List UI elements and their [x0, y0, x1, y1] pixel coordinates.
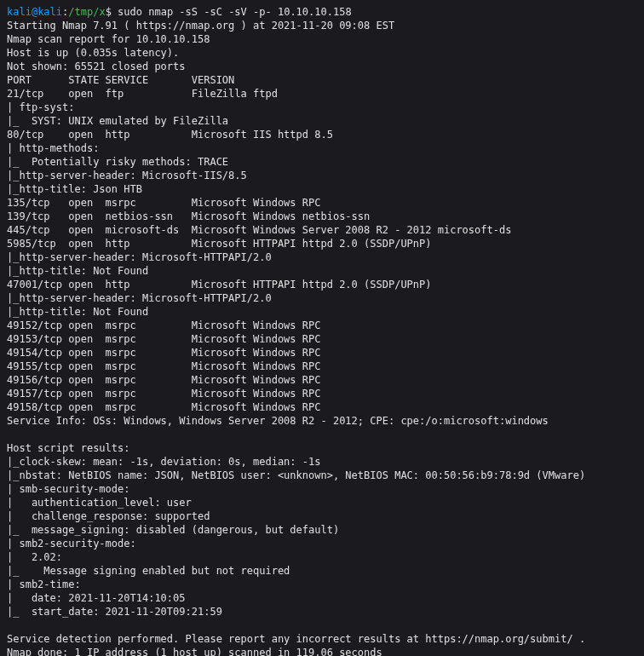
output-line: 49152/tcp open msrpc Microsoft Windows R…: [7, 319, 320, 331]
output-line: | ftp-syst:: [7, 101, 74, 113]
output-line: 139/tcp open netbios-ssn Microsoft Windo…: [7, 210, 370, 222]
output-line: 49154/tcp open msrpc Microsoft Windows R…: [7, 347, 320, 359]
output-line: Service Info: OSs: Windows, Windows Serv…: [7, 415, 549, 427]
output-line: Host is up (0.035s latency).: [7, 47, 179, 59]
output-line: 445/tcp open microsoft-ds Microsoft Wind…: [7, 224, 511, 236]
output-line: 135/tcp open msrpc Microsoft Windows RPC: [7, 197, 320, 209]
prompt-path: /tmp/x: [68, 6, 105, 18]
output-line: | http-methods:: [7, 142, 99, 154]
output-line: Nmap scan report for 10.10.10.158: [7, 33, 210, 45]
prompt-host: kali: [37, 6, 62, 18]
prompt-symbol: $: [106, 6, 118, 18]
output-line: |_ start_date: 2021-11-20T09:21:59: [7, 606, 222, 618]
output-line: 80/tcp open http Microsoft IIS httpd 8.5: [7, 129, 333, 141]
prompt-user: kali: [7, 6, 32, 18]
output-line: 49153/tcp open msrpc Microsoft Windows R…: [7, 333, 320, 345]
terminal-output: kali@kali:/tmp/x$ sudo nmap -sS -sC -sV …: [0, 0, 644, 656]
command-input[interactable]: sudo nmap -sS -sC -sV -p- 10.10.10.158: [118, 6, 352, 18]
output-line: PORT STATE SERVICE VERSION: [7, 74, 234, 86]
output-line: |_http-title: Not Found: [7, 265, 148, 277]
output-line: 49157/tcp open msrpc Microsoft Windows R…: [7, 388, 320, 400]
output-line: |_http-server-header: Microsoft-HTTPAPI/…: [7, 292, 272, 304]
output-line: | challenge_response: supported: [7, 510, 210, 522]
output-line: 49156/tcp open msrpc Microsoft Windows R…: [7, 374, 320, 386]
output-line: |_http-title: Json HTB: [7, 183, 142, 195]
output-line: Not shown: 65521 closed ports: [7, 60, 186, 72]
output-line: 5985/tcp open http Microsoft HTTPAPI htt…: [7, 238, 432, 250]
output-line: | 2.02:: [7, 551, 62, 563]
output-line: | date: 2021-11-20T14:10:05: [7, 592, 186, 604]
output-line: 49158/tcp open msrpc Microsoft Windows R…: [7, 401, 320, 413]
output-line: Host script results:: [7, 442, 130, 454]
output-line: |_ message_signing: disabled (dangerous,…: [7, 524, 339, 536]
output-line: |_http-server-header: Microsoft-IIS/8.5: [7, 170, 247, 181]
output-line: Nmap done: 1 IP address (1 host up) scan…: [7, 647, 382, 656]
output-line: | smb2-security-mode:: [7, 538, 136, 550]
output-line: |_http-server-header: Microsoft-HTTPAPI/…: [7, 251, 272, 263]
output-line: |_nbstat: NetBIOS name: JSON, NetBIOS us…: [7, 469, 585, 481]
output-line: |_ SYST: UNIX emulated by FileZilla: [7, 115, 228, 127]
output-line: |_clock-skew: mean: -1s, deviation: 0s, …: [7, 456, 320, 468]
output-line: | smb-security-mode:: [7, 483, 130, 495]
output-line: Starting Nmap 7.91 ( https://nmap.org ) …: [7, 20, 394, 32]
output-line: Service detection performed. Please repo…: [7, 633, 585, 645]
output-line: | smb2-time:: [7, 578, 81, 590]
output-line: |_ Message signing enabled but not requi…: [7, 565, 290, 577]
output-line: 49155/tcp open msrpc Microsoft Windows R…: [7, 360, 320, 372]
output-line: |_http-title: Not Found: [7, 306, 148, 318]
output-line: | authentication_level: user: [7, 497, 192, 509]
output-line: |_ Potentially risky methods: TRACE: [7, 156, 228, 168]
output-line: 47001/tcp open http Microsoft HTTPAPI ht…: [7, 279, 432, 291]
output-line: 21/tcp open ftp FileZilla ftpd: [7, 88, 278, 100]
